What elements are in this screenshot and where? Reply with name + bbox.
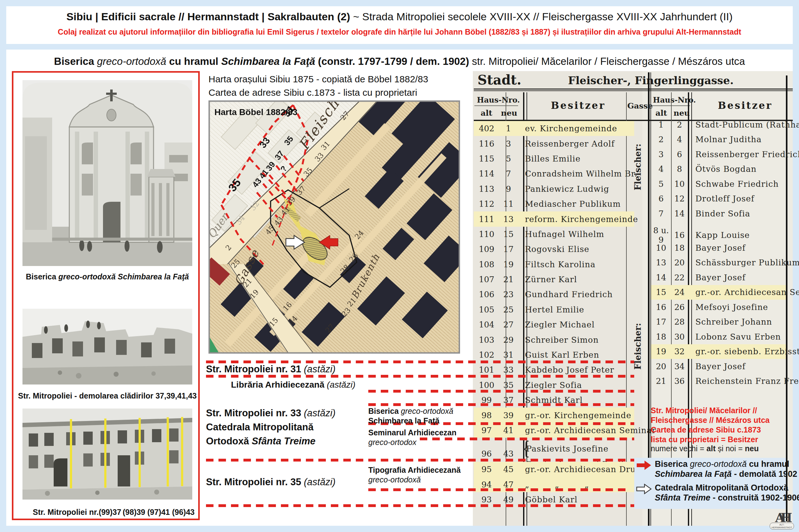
page-title: Sibiu | Edificii sacrale // Hermannstadt… [6, 11, 793, 23]
table-row: 111 13 reform. Kirchengemeinde [474, 211, 634, 226]
house-number-old: 95 [474, 464, 500, 474]
house-number-old: 113 [474, 184, 500, 194]
table-row: 5 10 Schwabe Friedrich [651, 176, 786, 191]
dashed-line-43row [206, 459, 634, 461]
table-row: 402 1 ev. Kirchengemeinde [474, 121, 634, 136]
house-number-old: 94 [474, 480, 500, 489]
house-number-new: 29 [500, 335, 517, 345]
house-number-new: 9 [500, 184, 517, 194]
house-number-new: 8 [671, 164, 688, 174]
owner-name: Reissenberger Adolf [517, 139, 634, 148]
table-row: 16 26 Mefsoyi Josefine [651, 300, 786, 315]
house-number-new: 11 [500, 199, 517, 209]
house-number-new: 18 [671, 243, 688, 252]
house-number-new: 26 [671, 303, 688, 312]
house-number-new: 30 [671, 332, 688, 341]
table-row: 95 45 gr.-or. Archidiecesan Druckerei [474, 462, 634, 477]
owner-name: Schreiber Johann [688, 317, 786, 326]
house-number-old: 101 [474, 365, 500, 375]
annotation-seminar: Seminarul Arhidiecezan greco-ortodox [368, 428, 457, 447]
house-number-new: 23 [500, 290, 517, 299]
annotation-tipografia: Tipografia Arhidiecezană greco-ortodoxă [368, 465, 461, 484]
owner-name: gr.-or. siebenb. Erzbissthum [688, 347, 799, 356]
house-number-new: 41 [500, 426, 517, 435]
table-row: 18 30 Lobonz Savu Erben [651, 329, 786, 344]
owner-name: Ziegler Michael [517, 320, 634, 329]
table-row: 97 41 gr.-or. Archidiecesan Seminar [474, 423, 634, 438]
legend-built-text: Catedrala Mitropolitană Ortodoxă Sfânta … [655, 483, 799, 503]
owner-name: Schässburger Publikum [688, 258, 799, 267]
owner-name: Reichenstein Franz Freiherr [688, 376, 799, 386]
house-number-old: 19 [651, 347, 671, 356]
street-names-note: Str. Mitropoliei/ Măcelarilor // Fleisch… [651, 406, 770, 444]
table-row: 98 39 gr.-or. Kirchengemeinde [474, 407, 634, 422]
house-number-old: 104 [474, 320, 500, 329]
col-besitzer-right: Besitzer [718, 100, 773, 111]
table-row: 3 6 Reissenberger Friedrich [651, 147, 786, 162]
col-alt-right: alt [655, 109, 667, 118]
owner-name: Schreiber Simon [517, 335, 634, 345]
table-row: 20 34 Bayer Josef [651, 359, 786, 374]
house-number-new: 31 [500, 350, 517, 360]
city-map: 31 33 35 37 39 41 43 ? 35 34 32 37 39 41… [208, 100, 460, 354]
divider-band [6, 44, 793, 50]
house-number-new: 25 [500, 305, 517, 314]
owner-name: reform. Kirchengemeinde [517, 214, 638, 224]
house-number-old: 107 [474, 275, 500, 284]
house-number-old: 102 [474, 350, 500, 360]
house-number-old: 108 [474, 260, 500, 269]
house-number-old: 115 [474, 154, 500, 164]
table-row: 10 18 Bayer Josef [651, 241, 786, 255]
owner-name: Conradsheim Wilhelm Br. [517, 169, 637, 178]
annotation-libraria: Librăria Arhidiecezană (astăzi) [231, 380, 356, 390]
house-number-old: 97 [474, 426, 500, 435]
owner-name: Zürner Karl [517, 275, 634, 284]
table-row: 4 8 Ötvös Bogdan [651, 162, 786, 177]
col-besitzer-left: Besitzer [551, 100, 605, 111]
left-table-rows: 402 1 ev. Kirchengemeinde 116 3 Reissenb… [474, 121, 634, 507]
alt-neu-note: numere vechi = alt și noi = neu [651, 444, 759, 453]
owner-name: Molnar Juditha [688, 135, 786, 144]
page-subtitle: Colaj realizat cu ajutorul informațiilor… [6, 27, 793, 37]
table-row: 13 20 Schässburger Publikum [651, 255, 786, 270]
owner-name: Lobonz Savu Erben [688, 332, 786, 341]
owner-name: Hufnagel Wilhelm [517, 229, 634, 239]
owner-name: gr.-or. Archidiecesan Seminar [688, 287, 799, 297]
table-row: 21 36 Reichenstein Franz Freiherr [651, 374, 786, 389]
table-row: 109 17 Rogovski Elise [474, 242, 634, 256]
house-number-new: 21 [500, 275, 517, 284]
house-number-new: 32 [671, 347, 688, 356]
table-row: 15 24 gr.-or. Archidiecesan Seminar [651, 285, 786, 300]
owner-name: ev. Kirchengemeinde [517, 124, 634, 133]
section-title: Biserica greco-ortodoxă cu hramul Schimb… [6, 56, 793, 68]
owner-name: Guist Karl Erben [517, 350, 634, 360]
house-number-old: 116 [474, 139, 500, 148]
owner-name: Binder Sofia [688, 209, 786, 218]
house-number-old: 110 [474, 229, 500, 239]
house-number-old: 93 [474, 495, 500, 504]
owner-name: Bayer Josef [688, 273, 786, 282]
owner-name: Gundhard Friedrich [517, 290, 634, 299]
table-row: 7 14 Binder Sofia [651, 206, 786, 221]
house-number-new: 43 [500, 449, 517, 458]
house-number-old: 10 [651, 243, 671, 252]
owner-name: Mefsoyi Josefine [688, 303, 786, 312]
dashed-line-45row [368, 488, 627, 491]
house-number-new: 4 [671, 135, 688, 144]
house-number-old: 111 [474, 214, 500, 224]
col-hausnro-left: Haus-Nro. [477, 95, 520, 104]
house-number-new: 15 [500, 229, 517, 239]
table-title-stadt: Stadt. [477, 72, 521, 88]
house-number-old: 96 [474, 449, 500, 458]
house-number-new: 5 [500, 154, 517, 164]
owner-name: Drotleff Josef [688, 194, 786, 203]
dashed-line-49row [206, 504, 634, 507]
house-number-new: 2 [671, 120, 688, 129]
house-number-old: 100 [474, 380, 500, 390]
owner-name: Mediascher Publikum [517, 199, 634, 209]
gasse-vertical-label-2: Fleischer: [633, 320, 643, 373]
logo-letters: AH [770, 512, 793, 523]
table-row: 1 2 Stadt-Publicum (Rathhaus). [651, 117, 786, 132]
house-number-new: 1 [500, 124, 517, 133]
dashed-line-37row [368, 403, 634, 406]
